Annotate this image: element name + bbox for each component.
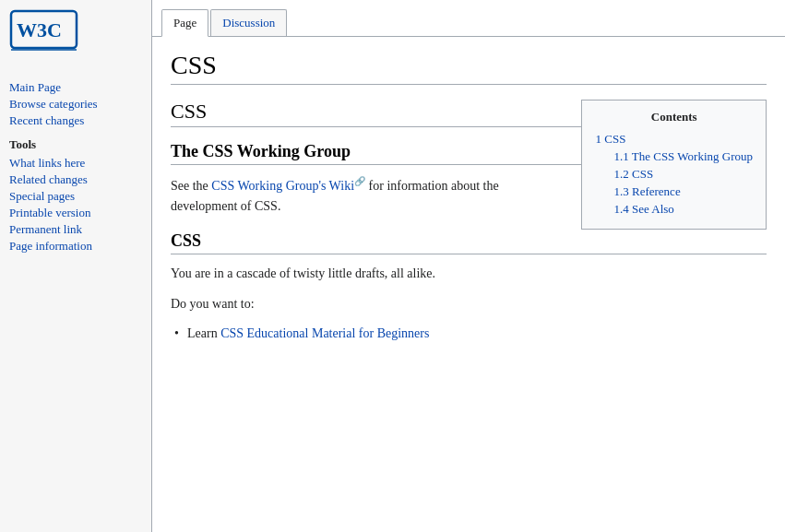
toc-link-1-2[interactable]: 1.2 CSS — [613, 167, 653, 181]
css-educational-link[interactable]: CSS Educational Material for Beginners — [220, 326, 429, 340]
main-page-link[interactable]: Main Page — [9, 80, 61, 94]
toc-link-1-4[interactable]: 1.4 See Also — [613, 202, 673, 216]
toc-link-1-1[interactable]: 1.1 The CSS Working Group — [613, 149, 753, 163]
external-link-icon: 🔗 — [354, 176, 365, 186]
tools-nav-list: What links here Related changes Special … — [9, 156, 151, 254]
toc-item-1-1[interactable]: 1.1 The CSS Working Group — [595, 149, 753, 164]
tabs-bar: Page Discussion — [152, 0, 785, 37]
sidebar-item-recent[interactable]: Recent changes — [9, 113, 151, 128]
tab-page[interactable]: Page — [161, 9, 208, 37]
w3c-logo-icon: W3C — [9, 9, 78, 60]
special-pages-link[interactable]: Special pages — [9, 189, 75, 203]
cascade-paragraph: You are in a cascade of twisty little dr… — [171, 264, 767, 284]
working-group-text-before: See the — [171, 179, 211, 193]
section-css-h3: CSS — [171, 231, 767, 254]
page-information-link[interactable]: Page information — [9, 239, 92, 253]
sidebar-item-page-info[interactable]: Page information — [9, 239, 151, 254]
sidebar-item-main-page[interactable]: Main Page — [9, 80, 151, 95]
tab-discussion[interactable]: Discussion — [210, 9, 287, 36]
toc-item-1-2[interactable]: 1.2 CSS — [595, 167, 753, 182]
main-nav-list: Main Page Browse categories Recent chang… — [9, 80, 151, 128]
sidebar-item-special[interactable]: Special pages — [9, 189, 151, 204]
toc-link-1[interactable]: 1 CSS — [595, 132, 625, 146]
recent-changes-link[interactable]: Recent changes — [9, 113, 84, 127]
sidebar-item-browse[interactable]: Browse categories — [9, 97, 151, 112]
sidebar-navigation: Main Page Browse categories Recent chang… — [9, 80, 151, 128]
toc-item-1-3[interactable]: 1.3 Reference — [595, 184, 753, 199]
sidebar-item-printable[interactable]: Printable version — [9, 206, 151, 220]
sidebar: W3C Main Page Browse categories Recent c… — [0, 0, 152, 532]
tools-label: Tools — [9, 137, 151, 152]
toc-link-1-3[interactable]: 1.3 Reference — [613, 184, 680, 198]
do-you-want-paragraph: Do you want to: — [171, 294, 767, 314]
list-item: Learn CSS Educational Material for Begin… — [187, 324, 767, 344]
contents-box: Contents 1 CSS 1.1 The CSS Working Group… — [581, 100, 767, 230]
sidebar-item-permanent[interactable]: Permanent link — [9, 222, 151, 237]
content-area: CSS Contents 1 CSS 1.1 The CSS Working G… — [152, 37, 785, 368]
permanent-link-link[interactable]: Permanent link — [9, 222, 82, 236]
page-title: CSS — [171, 51, 767, 85]
contents-title: Contents — [595, 110, 753, 124]
css-working-group-link[interactable]: CSS Working Group's Wiki🔗 — [211, 179, 365, 193]
sidebar-item-what-links[interactable]: What links here — [9, 156, 151, 171]
toc-item-1[interactable]: 1 CSS — [595, 132, 753, 147]
what-links-here-link[interactable]: What links here — [9, 156, 85, 170]
browse-categories-link[interactable]: Browse categories — [9, 97, 98, 111]
contents-list: 1 CSS 1.1 The CSS Working Group 1.2 CSS … — [595, 132, 753, 217]
logo: W3C — [9, 9, 151, 64]
svg-text:W3C: W3C — [17, 18, 62, 41]
tools-section: Tools What links here Related changes Sp… — [9, 137, 151, 254]
printable-version-link[interactable]: Printable version — [9, 206, 90, 219]
learn-text: Learn — [187, 326, 220, 340]
bullet-list: Learn CSS Educational Material for Begin… — [171, 324, 767, 344]
sidebar-item-related[interactable]: Related changes — [9, 172, 151, 187]
toc-item-1-4[interactable]: 1.4 See Also — [595, 202, 753, 217]
related-changes-link[interactable]: Related changes — [9, 172, 88, 186]
main-content: Page Discussion CSS Contents 1 CSS 1.1 T… — [152, 0, 785, 532]
